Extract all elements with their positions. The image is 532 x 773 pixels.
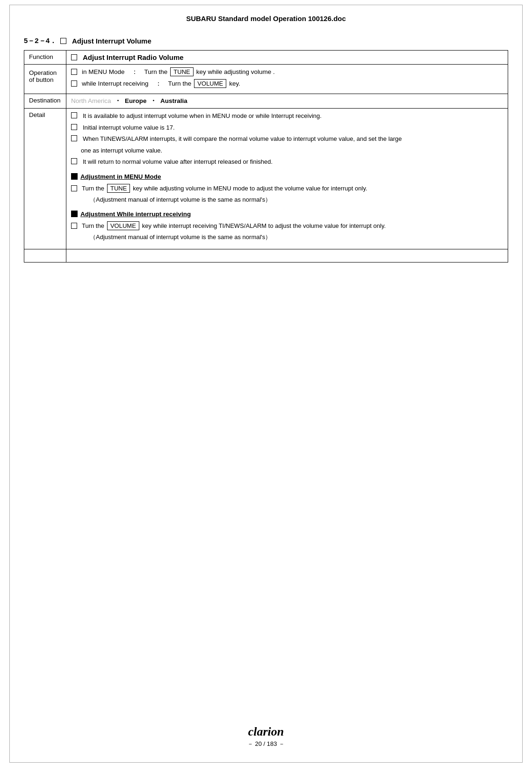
- table-row-destination: Destination North America ・ Europe ・ Aus…: [24, 94, 508, 109]
- label-operation: Operationof button: [24, 65, 66, 94]
- document-title: SUBARU Standard model Operation 100126.d…: [24, 15, 508, 22]
- detail-text-2: Initial interrupt volume value is 17.: [83, 123, 175, 132]
- dest-north-america: North America: [71, 97, 111, 104]
- dest-dot-2: ・: [150, 97, 157, 104]
- clarion-logo: clarion: [248, 725, 284, 739]
- section-checkbox: [60, 38, 66, 44]
- note-interrupt: （Adjustment manual of interrupt volume i…: [90, 233, 503, 241]
- section-menu-mode: Adjustment in MENU Mode: [71, 173, 503, 180]
- tune-cb-menu: [71, 185, 77, 191]
- detail-bullet-4: It will return to normal volume value af…: [71, 157, 503, 167]
- tune-row-menu: Turn the TUNE key while adjusting volume…: [71, 184, 503, 193]
- section-menu-title: Adjustment in MENU Mode: [80, 173, 161, 180]
- op-checkbox-1: [71, 69, 77, 75]
- content-function: Adjust Interrupt Radio Volume: [66, 51, 508, 65]
- detail-bullet-3: When TI/NEWS/ALARM interrupts, it will c…: [71, 134, 503, 144]
- detail-text-1: It is available to adjust interrupt volu…: [83, 111, 322, 121]
- section-interrupt-title: Adjustment While interrupt receiving: [80, 211, 191, 218]
- tune-key-menu: TUNE: [107, 184, 130, 193]
- table-row-function: Function Adjust Interrupt Radio Volume: [24, 51, 508, 65]
- tune-prefix-interrupt: Turn the: [82, 222, 104, 229]
- content-detail: It is available to adjust interrupt volu…: [66, 109, 508, 249]
- op-checkbox-2: [71, 80, 77, 87]
- detail-text-3: When TI/NEWS/ALARM interrupts, it will c…: [83, 134, 402, 144]
- op-key-tune: TUNE: [170, 67, 193, 76]
- detail-cb-4: [71, 158, 77, 164]
- tune-key-interrupt: VOLUME: [107, 221, 139, 230]
- op-line2-prefix: while Interrupt receiving ： Turn the: [82, 80, 191, 88]
- table-row-empty: [24, 249, 508, 262]
- tune-cb-interrupt: [71, 223, 77, 229]
- tune-text-interrupt: key while interrupt receiving TI/NEWS/AL…: [142, 222, 386, 229]
- detail-text-4: It will return to normal volume value af…: [83, 157, 273, 167]
- dest-australia: Australia: [160, 97, 187, 104]
- detail-text-3b: one as interrupt volume value.: [81, 146, 503, 155]
- label-function: Function: [24, 51, 66, 65]
- detail-cb-3: [71, 135, 77, 141]
- content-destination: North America ・ Europe ・ Australia: [66, 94, 508, 109]
- black-square-2: [71, 211, 78, 217]
- black-square-1: [71, 173, 78, 180]
- op-line1-prefix: in MENU Mode ： Turn the: [82, 68, 167, 76]
- tune-row-interrupt: Turn the VOLUME key while interrupt rece…: [71, 221, 503, 230]
- op-line2-suffix: key.: [229, 80, 240, 87]
- page-number: － 20 / 183 －: [247, 740, 285, 748]
- main-table: Function Adjust Interrupt Radio Volume O…: [24, 50, 508, 263]
- section-interrupt: Adjustment While interrupt receiving: [71, 211, 503, 218]
- label-destination: Destination: [24, 94, 66, 109]
- dest-dot-1: ・: [115, 97, 121, 104]
- function-title: Adjust Interrupt Radio Volume: [83, 53, 184, 61]
- content-empty: [66, 249, 508, 262]
- tune-text-menu: key while adjusting volume in MENU mode …: [133, 185, 367, 192]
- note-menu: （Adjustment manual of interrupt volume i…: [90, 196, 503, 204]
- table-row-operation: Operationof button in MENU Mode ： Turn t…: [24, 65, 508, 94]
- detail-bullet-2: Initial interrupt volume value is 17.: [71, 123, 503, 132]
- detail-bullet-1: It is available to adjust interrupt volu…: [71, 111, 503, 121]
- page-footer: clarion － 20 / 183 －: [10, 725, 522, 748]
- label-detail: Detail: [24, 109, 66, 249]
- table-row-detail: Detail It is available to adjust interru…: [24, 109, 508, 249]
- detail-cb-1: [71, 112, 77, 118]
- section-title: Adjust Interrupt Volume: [72, 37, 151, 45]
- tune-prefix-menu: Turn the: [82, 185, 104, 192]
- function-checkbox: [71, 54, 77, 60]
- label-empty: [24, 249, 66, 262]
- detail-cb-2: [71, 124, 77, 130]
- op-key-volume: VOLUME: [194, 79, 226, 88]
- section-number: 5－2－4．: [24, 36, 57, 45]
- content-operation: in MENU Mode ： Turn the TUNE key while a…: [66, 65, 508, 94]
- dest-europe: Europe: [125, 97, 147, 104]
- op-line1-suffix: key while adjusting volume .: [196, 68, 275, 75]
